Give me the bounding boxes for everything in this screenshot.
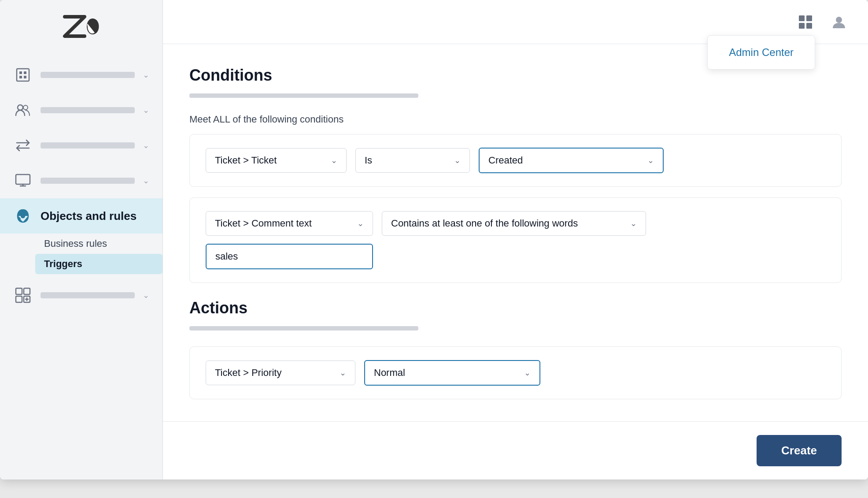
condition2-field2-select[interactable]: Contains at least one of the following w… [382,211,646,236]
topbar: Admin Center [163,0,868,44]
chevron-down-icon: ⌄ [143,290,149,300]
zendesk-logo [60,12,103,41]
chevron-down-icon: ⌄ [143,141,149,150]
admin-center-dropdown: Admin Center [707,35,815,70]
user-button[interactable] [827,11,850,33]
sidebar-item-building[interactable]: ⌄ [0,57,163,93]
objects-icon [13,206,33,226]
transfer-icon [13,136,33,155]
condition-row-2b [206,244,825,269]
objects-label: Objects and rules [41,209,149,223]
chevron-down-icon: ⌄ [454,156,461,165]
condition1-field2-value: Is [365,155,372,166]
user-icon [831,14,847,30]
logo [0,0,163,53]
sidebar-item-apps[interactable]: ⌄ [0,278,163,313]
sidebar-item-people[interactable]: ⌄ [0,93,163,128]
actions-bar [189,326,418,331]
action-row-1: Ticket > Priority ⌄ Normal ⌄ [206,360,825,386]
svg-rect-22 [806,23,812,29]
people-icon [13,100,33,120]
svg-rect-1 [19,71,22,74]
conditions-bar [189,93,418,98]
chevron-down-icon: ⌄ [524,368,531,378]
condition2-text-input[interactable] [206,244,373,269]
nav-label-bar [41,107,135,113]
chevron-down-icon: ⌄ [331,156,337,165]
chevron-down-icon: ⌄ [647,156,654,165]
svg-rect-2 [24,71,26,74]
condition1-field2-select[interactable]: Is ⌄ [355,148,470,173]
actions-section: Actions Ticket > Priority ⌄ Normal ⌄ [189,299,842,399]
condition-row-2: Ticket > Comment text ⌄ Contains at leas… [206,211,825,236]
svg-rect-19 [799,15,805,21]
main-content: Admin Center Conditions Meet ALL of the … [163,0,868,479]
svg-point-23 [836,17,842,23]
grid-icon [798,14,813,30]
footer-bar: Create [163,421,868,479]
condition-card-1: Ticket > Ticket ⌄ Is ⌄ Created ⌄ [189,134,842,187]
condition1-field1-value: Ticket > Ticket [215,155,277,166]
sub-nav: Business rules Triggers [0,234,163,278]
sidebar-nav: ⌄ ⌄ ⌄ [0,53,163,479]
svg-rect-15 [16,296,22,302]
svg-rect-3 [19,76,22,78]
action1-field2-select[interactable]: Normal ⌄ [364,360,540,386]
nav-label-bar [41,72,135,78]
chevron-down-icon: ⌄ [357,219,364,228]
screen: ⌄ ⌄ ⌄ [0,0,868,479]
action1-field1-value: Ticket > Priority [215,367,281,379]
nav-label-bar [41,178,135,184]
sidebar-item-transfer[interactable]: ⌄ [0,128,163,163]
admin-center-link[interactable]: Admin Center [729,46,794,58]
actions-title: Actions [189,299,842,317]
create-button[interactable]: Create [757,435,842,466]
nav-label-bar [41,292,135,298]
sub-nav-business-rules[interactable]: Business rules [35,234,163,254]
condition-row-1: Ticket > Ticket ⌄ Is ⌄ Created ⌄ [206,148,825,173]
apps-icon [13,286,33,305]
svg-rect-13 [16,288,22,294]
sidebar: ⌄ ⌄ ⌄ [0,0,163,479]
condition-card-2: Ticket > Comment text ⌄ Contains at leas… [189,197,842,283]
condition2-field2-value: Contains at least one of the following w… [391,218,578,229]
action1-field2-value: Normal [374,367,405,379]
action1-field1-select[interactable]: Ticket > Priority ⌄ [206,360,355,385]
svg-rect-4 [24,76,26,78]
building-icon [13,65,33,85]
action-card-1: Ticket > Priority ⌄ Normal ⌄ [189,346,842,399]
svg-rect-20 [806,15,812,21]
nav-label-bar [41,142,135,149]
condition1-field1-select[interactable]: Ticket > Ticket ⌄ [206,148,347,173]
chevron-down-icon: ⌄ [143,105,149,115]
grid-button[interactable] [794,11,817,33]
content-area: Conditions Meet ALL of the following con… [163,44,868,421]
condition1-field3-select[interactable]: Created ⌄ [479,148,664,173]
svg-rect-0 [17,69,29,81]
sidebar-item-monitor[interactable]: ⌄ [0,163,163,198]
chevron-down-icon: ⌄ [630,219,637,228]
svg-rect-9 [16,175,30,184]
sidebar-item-objects[interactable]: Objects and rules [0,198,163,234]
conditions-subtitle: Meet ALL of the following conditions [189,114,842,125]
chevron-down-icon: ⌄ [143,176,149,186]
svg-point-6 [23,105,28,110]
monitor-icon [13,171,33,190]
svg-rect-21 [799,23,805,29]
svg-point-12 [21,214,25,218]
svg-point-5 [18,105,23,110]
chevron-down-icon: ⌄ [340,368,346,378]
chevron-down-icon: ⌄ [143,70,149,80]
condition2-field1-value: Ticket > Comment text [215,218,312,229]
topbar-icons [794,11,850,33]
svg-rect-14 [24,288,30,294]
condition1-field3-value: Created [488,155,523,166]
sub-nav-triggers[interactable]: Triggers [35,254,163,274]
condition2-field1-select[interactable]: Ticket > Comment text ⌄ [206,211,373,236]
